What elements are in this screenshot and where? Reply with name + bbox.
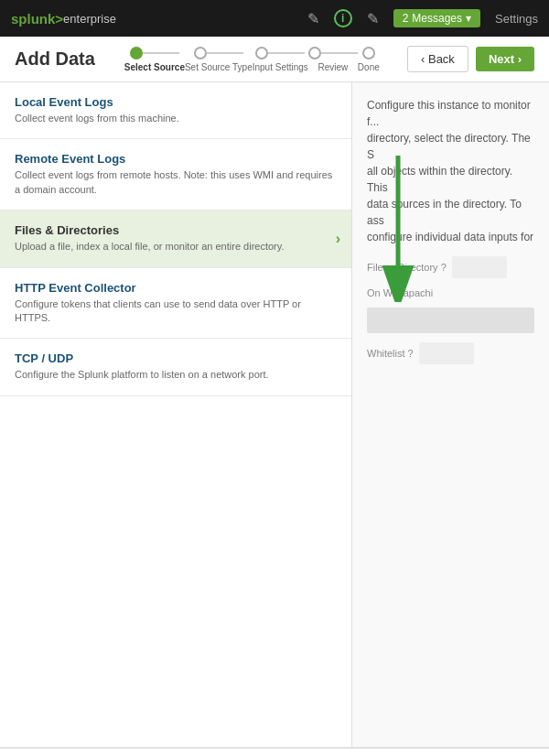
settings-link[interactable]: Settings <box>495 12 538 26</box>
local-event-logs-title: Local Event Logs <box>15 95 337 109</box>
step-line-2 <box>207 52 243 54</box>
tcp-udp-desc: Configure the Splunk platform to listen … <box>15 368 337 382</box>
step-2-circle <box>194 47 207 59</box>
tcp-udp-title: TCP / UDP <box>15 351 337 365</box>
edit2-icon[interactable]: ✎ <box>367 10 379 27</box>
http-event-collector-desc: Configure tokens that clients can use to… <box>15 297 337 326</box>
sidebar-item-files-directories[interactable]: Files & Directories Upload a file, index… <box>0 211 351 267</box>
right-whitelist-stub <box>419 342 474 364</box>
page-title-section: Add Data Select Source Set Source Type <box>15 47 380 72</box>
left-sidebar: Local Event Logs Collect event logs from… <box>0 82 352 747</box>
right-stub-bar <box>367 308 534 333</box>
right-whitelist-group: Whitelist ? <box>367 342 534 364</box>
files-directories-chevron-icon: › <box>336 231 340 247</box>
wizard-step-3: Input Settings <box>253 47 308 72</box>
step-2-label: Set Source Type <box>185 62 253 72</box>
sidebar-item-remote-event-logs[interactable]: Remote Event Logs Collect event logs fro… <box>0 139 351 211</box>
messages-button[interactable]: 2 Messages ▾ <box>393 9 480 27</box>
sidebar-item-tcp-udp[interactable]: TCP / UDP Configure the Splunk platform … <box>0 339 351 395</box>
remote-event-logs-desc: Collect event logs from remote hosts. No… <box>15 168 337 197</box>
wizard-step-4: Review <box>308 47 358 72</box>
messages-count-badge: 2 <box>403 12 409 25</box>
step-4-label: Review <box>318 62 348 72</box>
right-file-or-directory-label: File or Directory ? <box>367 262 447 273</box>
bottom-section: Configure this instance to monitor files… <box>0 747 549 756</box>
files-directories-title: Files & Directories <box>15 223 337 237</box>
right-panel: Configure this instance to monitor f...d… <box>352 82 549 747</box>
step-line-1 <box>143 52 179 54</box>
messages-label: Messages <box>412 12 462 25</box>
page-title: Add Data <box>15 49 95 70</box>
step-3-circle <box>255 47 268 59</box>
step-1-label: Select Source <box>124 62 185 72</box>
step-5-label: Done <box>358 62 380 72</box>
right-file-field-group: File or Directory ? <box>367 256 534 278</box>
step-line-4 <box>321 52 358 54</box>
info-icon[interactable]: i <box>334 9 352 27</box>
http-event-collector-title: HTTP Event Collector <box>15 281 337 295</box>
right-panel-preview-text: Configure this instance to monitor f...d… <box>367 97 534 245</box>
nav-icons-group: ✎ i ✎ 2 Messages ▾ Settings <box>307 9 538 27</box>
sidebar-item-http-event-collector[interactable]: HTTP Event Collector Configure tokens th… <box>0 268 351 340</box>
main-content: Local Event Logs Collect event logs from… <box>0 82 549 747</box>
next-button[interactable]: Next › <box>476 47 534 71</box>
right-on-windows-group: On Wi: \apachi <box>367 287 534 298</box>
step-line-3 <box>268 52 305 54</box>
logo-splunk-text: splunk> <box>11 11 63 27</box>
wizard-steps: Select Source Set Source Type Input Sett… <box>124 47 380 72</box>
right-file-input-stub <box>452 256 507 278</box>
header-buttons: ‹ Back Next › <box>407 46 534 72</box>
step-1-circle <box>130 47 143 59</box>
right-whitelist-label: Whitelist ? <box>367 348 414 359</box>
top-navigation: splunk> enterprise ✎ i ✎ 2 Messages ▾ Se… <box>0 0 549 37</box>
splunk-logo: splunk> enterprise <box>11 11 116 27</box>
back-button[interactable]: ‹ Back <box>407 46 468 72</box>
header-bar: Add Data Select Source Set Source Type <box>0 37 549 82</box>
wizard-step-2: Set Source Type <box>185 47 253 72</box>
step-3-label: Input Settings <box>253 62 308 72</box>
remote-event-logs-title: Remote Event Logs <box>15 152 337 166</box>
step-5-circle <box>362 47 375 59</box>
step-4-circle <box>308 47 321 59</box>
sidebar-item-local-event-logs[interactable]: Local Event Logs Collect event logs from… <box>0 82 351 139</box>
files-directories-desc: Upload a file, index a local file, or mo… <box>15 240 337 254</box>
right-on-windows-text: On Wi: \apachi <box>367 287 433 298</box>
messages-chevron-icon: ▾ <box>466 12 471 25</box>
local-event-logs-desc: Collect event logs from this machine. <box>15 112 337 125</box>
wizard-step-5: Done <box>358 47 380 72</box>
logo-enterprise-text: enterprise <box>63 12 116 26</box>
wizard-step-1: Select Source <box>124 47 185 72</box>
edit-icon[interactable]: ✎ <box>307 10 319 27</box>
